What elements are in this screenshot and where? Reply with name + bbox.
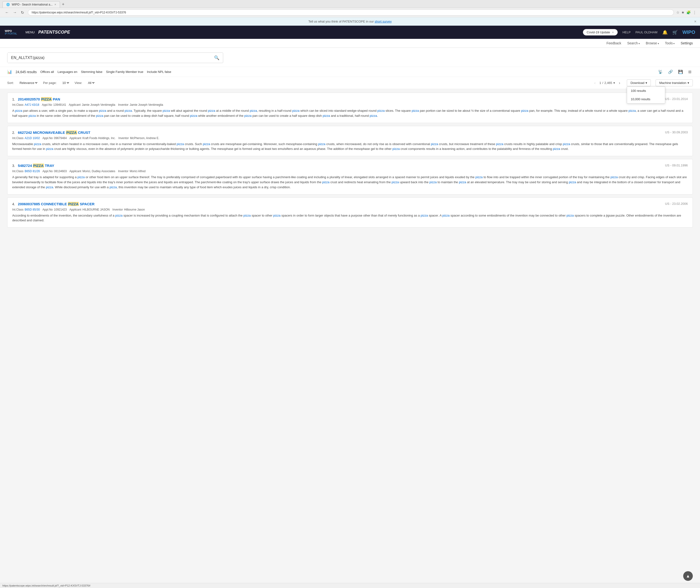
page-dropdown-arrow[interactable]: ▾ — [613, 81, 615, 85]
download-10000-option[interactable]: 10,000 results — [627, 95, 665, 103]
int-class-link[interactable]: A47J 43/18 — [25, 103, 39, 106]
survey-close-button[interactable]: × — [694, 19, 696, 24]
result-date: US - 09.01.1996 — [665, 164, 688, 167]
help-link[interactable]: HELP — [623, 30, 631, 34]
single-family-value: true — [138, 70, 143, 74]
sort-label: Sort: — [7, 81, 14, 85]
extension-icon[interactable]: 🧩 — [686, 10, 691, 15]
inventor-label: Inventor — [116, 103, 128, 106]
results-chart-icon: 📊 — [7, 70, 12, 74]
result-date: US - 23.02.2006 — [665, 202, 688, 206]
save-icon[interactable]: 💾 — [677, 69, 684, 75]
pagination: ‹ 1 / 2,465 ▾ › — [592, 80, 622, 86]
machine-translation-arrow: ▾ — [688, 81, 689, 85]
appl-no-value: 10921423 — [54, 208, 67, 211]
result-title-area: 3. 5482724 PIZZA TRAY — [12, 164, 54, 168]
per-page-label: Per page: — [43, 81, 56, 85]
next-page-button[interactable]: › — [617, 80, 622, 86]
notifications-icon[interactable]: 🔔 — [662, 30, 668, 35]
portal-text: IP PORTAL — [5, 32, 17, 35]
view-select[interactable]: All — [87, 81, 95, 85]
tools-dropdown[interactable]: Tools▾ — [665, 41, 675, 45]
top-navigation: WIPO IP PORTAL MENU PATENTSCOPE Covid-19… — [0, 26, 700, 39]
covid-text: Covid-19 Update — [587, 30, 610, 34]
result-title-link[interactable]: 20140020570 PIZZA PAN — [18, 97, 60, 101]
bookmark-icon[interactable]: ☆ — [676, 10, 679, 15]
search-input[interactable] — [7, 53, 210, 63]
browse-dropdown-arrow: ▾ — [658, 42, 659, 45]
active-tab[interactable]: 🌐 WIPO - Search International a... × — [2, 1, 60, 8]
per-page-select[interactable]: 10 — [61, 81, 70, 85]
appl-no-label: Appl.No — [41, 170, 53, 173]
columns-icon[interactable]: ⊞ — [687, 69, 693, 75]
stemming-filter: Stemming false — [81, 70, 102, 74]
search-dropdown[interactable]: Search▾ — [627, 41, 640, 45]
search-button[interactable]: 🔍 — [210, 53, 223, 63]
result-header: 2. 6627242 MICROWAVEABLE PIZZA CRUST US … — [12, 130, 688, 135]
result-header: 4. 20060037885 CONNECTIBLE PIZZA SPACER … — [12, 202, 688, 206]
tab-title: WIPO - Search International a... — [12, 3, 53, 6]
int-class-link[interactable]: A21D 10/02 — [25, 136, 40, 140]
download-100-option[interactable]: 100 results — [627, 87, 665, 95]
page-info: 1 / 2,465 ▾ — [599, 81, 615, 85]
results-container: 1. 20140020570 PIZZA PAN US - 23.01.2014… — [0, 89, 700, 234]
result-abstract: Microwaveable pizza crusts, which when h… — [12, 142, 688, 152]
filters-bar: 📊 24,645 results Offices all Languages e… — [0, 67, 700, 77]
download-button[interactable]: Download ▾ — [627, 79, 651, 86]
result-title-link[interactable]: 5482724 PIZZA TRAY — [18, 164, 54, 168]
result-meta: Int.Class A21D 10/02 Appl.No 09679484 Ap… — [12, 136, 688, 140]
view-label: View: — [75, 81, 82, 85]
result-title-link[interactable]: 6627242 MICROWAVEABLE PIZZA CRUST — [18, 130, 90, 135]
share-icon[interactable]: 🔗 — [667, 69, 674, 75]
result-meta: Int.Class B65D 81/26 Appl.No 08134603 Ap… — [12, 170, 688, 173]
patentscope-label: PATENTSCOPE — [38, 30, 583, 35]
search-dropdown-arrow: ▾ — [639, 42, 640, 45]
languages-filter: Languages en — [58, 70, 77, 74]
machine-translation-button[interactable]: Machine translation ▾ — [656, 79, 693, 86]
appl-no-value: 08134603 — [54, 170, 67, 173]
star-icon[interactable]: ★ — [681, 10, 684, 15]
feedback-link[interactable]: Feedback — [606, 41, 621, 45]
applicant-value: HILBOURNE JASON — [83, 208, 110, 211]
int-class-link[interactable]: B65D 85/30 — [25, 208, 40, 211]
tab-bar: 🌐 WIPO - Search International a... × + — [0, 0, 700, 8]
new-tab-button[interactable]: + — [60, 2, 66, 7]
result-title-link[interactable]: 20060037885 CONNECTIBLE PIZZA SPACER — [18, 202, 95, 206]
result-card: 2. 6627242 MICROWAVEABLE PIZZA CRUST US … — [7, 126, 693, 156]
menu-button[interactable]: MENU — [22, 30, 38, 34]
covid-close-button[interactable]: × — [612, 30, 614, 34]
result-header: 1. 20140020570 PIZZA PAN US - 23.01.2014 — [12, 97, 688, 101]
survey-link[interactable]: short survey — [375, 20, 392, 23]
result-header: 3. 5482724 PIZZA TRAY US - 09.01.1996 — [12, 164, 688, 168]
prev-page-button[interactable]: ‹ — [592, 80, 597, 86]
inventor-value: Hilbourne Jason — [124, 208, 145, 211]
rss-icon[interactable]: 📡 — [657, 69, 664, 75]
int-class-link[interactable]: B65D 81/26 — [25, 170, 40, 173]
back-button[interactable]: ← — [4, 10, 10, 15]
download-dropdown-arrow: ▾ — [646, 81, 647, 85]
appl-no-value: 13949141 — [53, 103, 66, 106]
applicant-label: Applicant — [68, 208, 81, 211]
settings-link[interactable]: Settings — [681, 41, 693, 45]
result-number: 2. — [12, 131, 15, 135]
single-family-filter: Single Family Member true — [106, 70, 143, 74]
tab-favicon: 🌐 — [6, 3, 10, 6]
url-input[interactable] — [28, 9, 674, 16]
browse-dropdown[interactable]: Browse▾ — [646, 41, 659, 45]
result-title-area: 2. 6627242 MICROWAVEABLE PIZZA CRUST — [12, 130, 90, 135]
forward-button[interactable]: → — [12, 10, 18, 15]
tab-close-button[interactable]: × — [54, 3, 56, 6]
search-box: 🔍 — [7, 53, 223, 63]
refresh-button[interactable]: ↻ — [19, 10, 25, 15]
appl-no-label: Appl.No — [41, 136, 53, 140]
sort-select[interactable]: Relevance — [18, 81, 38, 85]
menu-icon[interactable]: ⋮ — [693, 10, 696, 15]
stemming-value: false — [96, 70, 102, 74]
user-name[interactable]: PAUL OLDHAM — [635, 30, 658, 34]
result-title-area: 4. 20060037885 CONNECTIBLE PIZZA SPACER — [12, 202, 95, 206]
result-title-area: 1. 20140020570 PIZZA PAN — [12, 97, 60, 101]
result-abstract: According to embodiments of the inventio… — [12, 213, 688, 223]
appl-no-label: Appl.No — [40, 103, 52, 106]
cart-icon[interactable]: 🛒 — [672, 30, 678, 35]
covid-badge: Covid-19 Update × — [583, 29, 618, 35]
